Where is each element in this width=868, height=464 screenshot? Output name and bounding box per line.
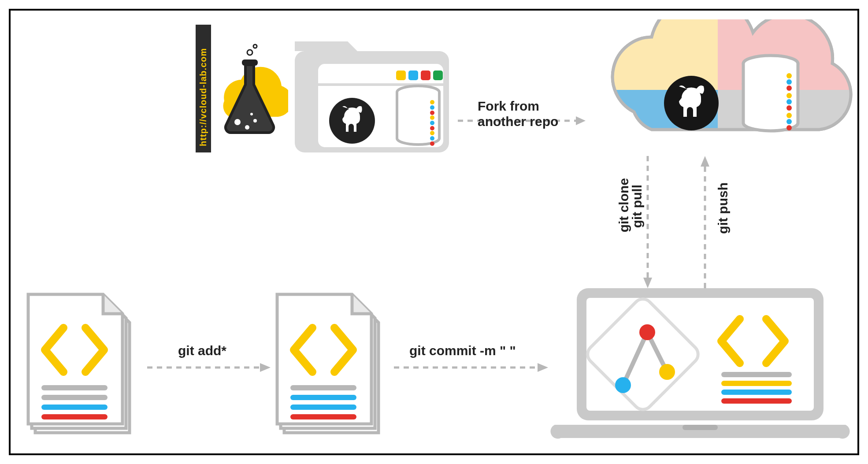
svg-rect-67	[721, 372, 792, 377]
arrow-git-add	[147, 359, 271, 376]
cloud-remote-repo	[581, 19, 854, 160]
svg-point-38	[786, 105, 792, 111]
svg-point-3	[253, 119, 257, 122]
svg-point-24	[430, 141, 434, 146]
svg-point-66	[615, 377, 631, 393]
svg-point-2	[245, 125, 249, 130]
svg-point-22	[430, 131, 434, 135]
label-git-add: git add*	[178, 343, 226, 359]
svg-point-40	[786, 119, 792, 124]
svg-marker-44	[701, 156, 709, 167]
lab-logo	[211, 44, 288, 145]
label-git-pull: git pull	[630, 185, 645, 228]
svg-rect-9	[396, 71, 406, 80]
source-repo-folder	[286, 28, 458, 160]
label-git-push: git push	[716, 182, 731, 234]
svg-point-33	[786, 73, 792, 78]
svg-point-41	[786, 125, 792, 130]
svg-rect-12	[433, 71, 443, 80]
svg-rect-0	[242, 59, 258, 66]
svg-point-39	[786, 113, 792, 118]
database-icon	[397, 86, 439, 146]
arrow-git-commit	[394, 359, 548, 376]
svg-point-20	[430, 121, 434, 125]
svg-point-35	[786, 85, 792, 91]
svg-point-21	[430, 126, 434, 130]
svg-rect-47	[41, 395, 108, 400]
svg-marker-57	[538, 363, 548, 372]
svg-marker-51	[260, 363, 271, 372]
svg-rect-11	[421, 71, 430, 80]
label-git-commit: git commit -m " "	[409, 343, 516, 359]
svg-point-36	[786, 93, 792, 98]
file-staged	[273, 284, 396, 438]
svg-point-16	[430, 100, 434, 104]
svg-rect-49	[41, 414, 108, 419]
svg-point-5	[247, 50, 252, 55]
github-icon	[329, 98, 375, 144]
brand-url-text: http://vcloud-lab.com	[198, 48, 208, 146]
svg-rect-70	[721, 398, 792, 404]
svg-point-34	[786, 79, 792, 85]
svg-point-18	[430, 111, 434, 115]
svg-point-65	[659, 364, 675, 380]
svg-rect-48	[41, 405, 108, 410]
svg-rect-53	[290, 395, 356, 400]
svg-point-17	[430, 105, 434, 110]
svg-rect-55	[290, 414, 356, 419]
diagram-canvas: http://vcloud-lab.com	[9, 9, 859, 455]
svg-rect-68	[721, 381, 792, 386]
svg-point-37	[786, 99, 792, 104]
svg-rect-54	[290, 405, 356, 410]
svg-rect-60	[683, 425, 718, 430]
svg-point-4	[250, 113, 253, 115]
svg-point-1	[234, 119, 241, 125]
github-icon	[664, 76, 719, 130]
svg-point-19	[430, 115, 434, 120]
arrow-push	[696, 156, 714, 288]
svg-point-6	[253, 45, 257, 48]
laptop-local-repo	[550, 284, 850, 447]
svg-rect-10	[408, 71, 418, 80]
svg-point-64	[639, 324, 655, 340]
database-icon	[743, 56, 798, 131]
file-working-copy	[24, 284, 147, 438]
label-fork: Fork from another repo	[478, 99, 558, 129]
svg-point-23	[430, 136, 434, 141]
svg-rect-46	[41, 385, 108, 390]
svg-rect-69	[721, 390, 792, 395]
brand-url-strip: http://vcloud-lab.com	[196, 25, 211, 152]
svg-rect-52	[290, 385, 356, 390]
